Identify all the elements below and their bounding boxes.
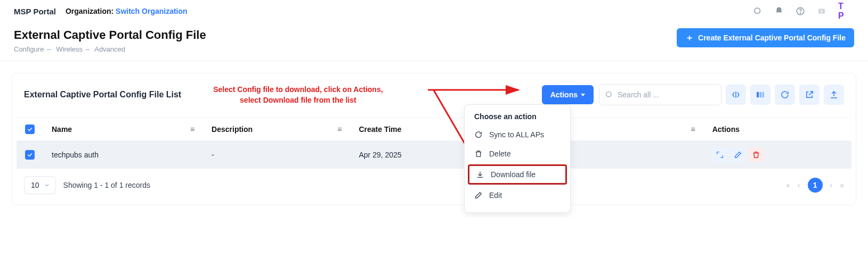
actions-button-label: Actions xyxy=(550,90,578,99)
breadcrumb: Configure– Wireless– Advanced xyxy=(14,45,206,53)
search-input[interactable] xyxy=(618,90,716,99)
cell-create-time: Apr 29, 2025 xyxy=(350,140,480,169)
sync-icon xyxy=(474,130,483,139)
column-name[interactable]: Name xyxy=(43,118,182,140)
list-card: External Captive Portal Config File List… xyxy=(12,73,856,205)
table-row[interactable]: techpubs auth - Apr 29, 2025 xyxy=(17,140,851,169)
expand-icon[interactable] xyxy=(817,6,826,16)
instruction-annotation: Select Config file to download, click on… xyxy=(213,84,383,106)
page-nav: « ‹ 1 › » xyxy=(786,178,844,193)
next-page-button[interactable]: › xyxy=(830,181,833,189)
row-checkbox[interactable] xyxy=(25,150,35,160)
app-brand[interactable]: MSP Portal xyxy=(14,7,56,16)
page-size-select[interactable]: 10 xyxy=(24,176,56,194)
config-table: Name ≡ Description ≡ Create Time ≡ Actio… xyxy=(17,118,851,169)
column-actions: Actions xyxy=(704,118,851,140)
top-bar-right: T P xyxy=(753,5,854,17)
actions-button[interactable]: Actions xyxy=(542,85,594,104)
svg-point-4 xyxy=(606,92,611,97)
user-avatar[interactable]: T P xyxy=(838,5,854,17)
pencil-icon xyxy=(474,191,483,200)
card-header: External Captive Portal Config File List… xyxy=(17,84,851,113)
trash-icon xyxy=(474,149,483,158)
download-icon xyxy=(476,170,484,179)
search-icon xyxy=(605,90,613,99)
chevron-down-icon xyxy=(44,182,50,188)
dropdown-item-edit[interactable]: Edit xyxy=(465,186,570,205)
breadcrumb-item[interactable]: Wireless xyxy=(56,45,83,53)
svg-rect-5 xyxy=(757,92,759,98)
row-delete-button[interactable] xyxy=(749,147,764,162)
top-bar: MSP Portal Organization: Switch Organiza… xyxy=(0,0,868,27)
refresh-button[interactable] xyxy=(775,85,795,105)
dropdown-item-download[interactable]: Download file xyxy=(468,164,567,185)
cell-name: techpubs auth xyxy=(43,140,182,169)
upload-button[interactable] xyxy=(824,85,844,105)
actions-dropdown: Choose an action Sync to ALL APs Delete … xyxy=(464,104,571,213)
column-name-drag-icon[interactable]: ≡ xyxy=(182,118,203,140)
column-create-time[interactable]: Create Time xyxy=(350,118,480,140)
pagination-bar: 10 Showing 1 - 1 of 1 records « ‹ 1 › » xyxy=(17,169,851,194)
switch-organization-link[interactable]: Switch Organization xyxy=(116,7,188,15)
columns-button[interactable] xyxy=(750,85,770,105)
select-all-checkbox[interactable] xyxy=(25,124,35,134)
chevron-down-icon xyxy=(581,94,585,96)
top-bar-left: MSP Portal Organization: Switch Organiza… xyxy=(14,7,188,16)
column-description-drag-icon[interactable]: ≡ xyxy=(329,118,350,140)
dropdown-item-delete[interactable]: Delete xyxy=(465,144,570,163)
row-expand-button[interactable] xyxy=(712,147,727,162)
help-icon[interactable] xyxy=(796,6,805,16)
records-text: Showing 1 - 1 of 1 records xyxy=(63,181,150,189)
create-button-label: Create External Captive Portal Config Fi… xyxy=(698,34,846,42)
search-wrapper[interactable] xyxy=(599,84,721,105)
page-size-block: 10 Showing 1 - 1 of 1 records xyxy=(24,176,150,194)
dropdown-item-sync[interactable]: Sync to ALL APs xyxy=(465,125,570,144)
svg-rect-7 xyxy=(762,92,764,98)
column-description[interactable]: Description xyxy=(203,118,329,140)
column-create-time-drag-icon[interactable]: ≡ xyxy=(682,118,703,140)
plus-icon: ＋ xyxy=(685,34,694,42)
fit-columns-button[interactable] xyxy=(726,85,746,105)
organization-label: Organization: xyxy=(66,7,113,15)
first-page-button[interactable]: « xyxy=(786,181,790,189)
svg-point-2 xyxy=(800,13,800,13)
cell-description: - xyxy=(203,140,329,169)
breadcrumb-item[interactable]: Advanced xyxy=(94,45,125,53)
create-config-file-button[interactable]: ＋ Create External Captive Portal Config … xyxy=(677,28,854,47)
svg-rect-6 xyxy=(760,92,762,98)
open-external-button[interactable] xyxy=(799,85,820,105)
last-page-button[interactable]: » xyxy=(840,181,844,189)
org-block: Organization: Switch Organization xyxy=(66,7,188,15)
search-global-icon[interactable] xyxy=(753,6,762,16)
page-title: External Captive Portal Config File xyxy=(14,28,206,42)
prev-page-button[interactable]: ‹ xyxy=(798,181,800,189)
current-page[interactable]: 1 xyxy=(808,178,823,193)
row-edit-button[interactable] xyxy=(731,147,745,162)
breadcrumb-item[interactable]: Configure xyxy=(14,45,44,53)
svg-point-0 xyxy=(755,8,760,14)
dropdown-title: Choose an action xyxy=(465,112,570,125)
notifications-icon[interactable] xyxy=(774,6,784,16)
page-header: External Captive Portal Config File Conf… xyxy=(0,27,868,61)
list-title: External Captive Portal Config File List xyxy=(24,90,181,99)
